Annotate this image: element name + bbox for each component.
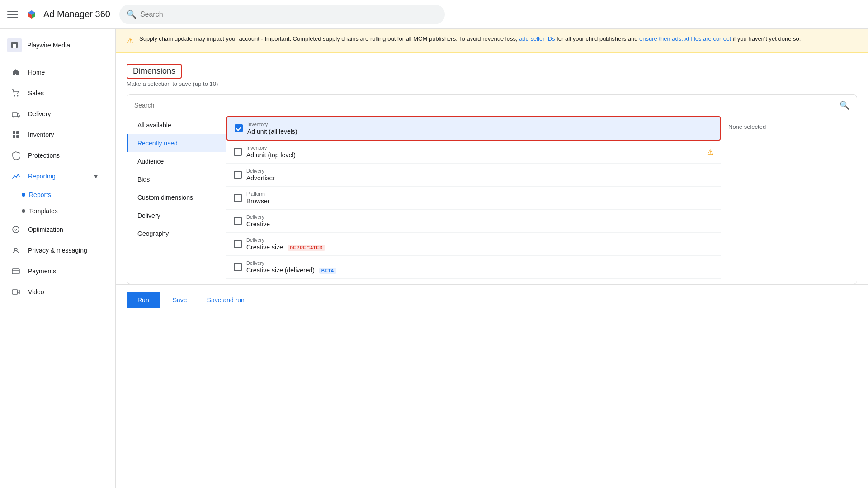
add-seller-ids-link[interactable]: add seller IDs <box>519 35 555 42</box>
dimension-checkbox-browser[interactable] <box>234 194 242 202</box>
svg-point-5 <box>13 117 14 118</box>
dimensions-section: Dimensions Make a selection to save (up … <box>116 53 868 284</box>
save-button[interactable]: Save <box>165 292 194 308</box>
none-selected-label: None selected <box>728 123 849 130</box>
svg-rect-1 <box>13 44 16 48</box>
dimension-list: Inventory Ad unit (all levels) <box>226 116 721 284</box>
sidebar-item-optimization[interactable]: Optimization <box>0 219 110 240</box>
svg-point-12 <box>14 248 17 251</box>
reporting-expand-icon: ▼ <box>93 173 99 180</box>
dimension-item-ad-unit-top[interactable]: Inventory Ad unit (top level) ⚠ <box>226 141 721 164</box>
category-item-geography[interactable]: Geography <box>127 225 226 243</box>
svg-rect-10 <box>16 135 19 138</box>
sidebar-item-sales[interactable]: Sales <box>0 83 110 103</box>
dimensions-search-input[interactable] <box>134 102 836 109</box>
dimension-checkbox-ad-unit-all[interactable] <box>235 124 243 132</box>
sidebar-item-label-protections: Protections <box>28 152 99 159</box>
dimensions-title: Dimensions <box>127 64 182 79</box>
svg-rect-14 <box>12 290 18 294</box>
optimization-icon <box>11 225 21 235</box>
alert-banner: ⚠ Supply chain update may impact your ac… <box>116 29 868 53</box>
action-bar: Run Save Save and run <box>116 284 868 315</box>
sidebar-sub-reports-container: Reports Templates <box>0 187 115 219</box>
category-item-custom[interactable]: Custom dimensions <box>127 188 226 206</box>
warning-icon-ad-unit-top: ⚠ <box>707 148 713 156</box>
app-title: Ad Manager 360 <box>43 9 110 19</box>
dimension-item-creative[interactable]: Delivery Creative <box>226 210 721 233</box>
alert-text: Supply chain update may impact your acco… <box>139 34 801 43</box>
category-item-all[interactable]: All available <box>127 116 226 134</box>
sidebar-item-label-video: Video <box>28 288 99 296</box>
category-item-audience[interactable]: Audience <box>127 152 226 170</box>
org-icon <box>7 38 22 52</box>
payments-icon <box>11 266 21 276</box>
templates-dot <box>22 209 25 213</box>
dimension-checkbox-ad-unit-top[interactable] <box>234 148 242 156</box>
svg-rect-8 <box>16 131 19 134</box>
category-item-bids[interactable]: Bids <box>127 170 226 188</box>
dimension-item-creative-size[interactable]: Delivery Creative size DEPRECATED <box>226 233 721 256</box>
sidebar-item-label-reporting: Reporting <box>28 173 85 180</box>
dimension-item-advertiser[interactable]: Delivery Advertiser <box>226 164 721 187</box>
sidebar-org: Playwire Media <box>0 33 115 58</box>
sidebar-item-reporting[interactable]: Reporting ▼ <box>0 166 110 187</box>
sidebar-item-label-inventory: Inventory <box>28 131 99 138</box>
sidebar-item-label-optimization: Optimization <box>28 226 99 233</box>
dimension-item-browser[interactable]: Platform Browser <box>226 187 721 210</box>
inventory-icon <box>11 130 21 140</box>
dimensions-subtitle: Make a selection to save (up to 10) <box>127 80 857 87</box>
save-and-run-button[interactable]: Save and run <box>200 292 252 308</box>
ads-txt-link[interactable]: ensure their ads.txt files are correct <box>639 35 731 42</box>
sidebar: Playwire Media Home Sales Delivery <box>0 29 116 488</box>
picker-search-icon: 🔍 <box>840 100 849 110</box>
reporting-icon <box>11 171 21 181</box>
sidebar-item-home[interactable]: Home <box>0 62 110 83</box>
topbar: Ad Manager 360 🔍 <box>0 0 868 29</box>
sidebar-item-delivery[interactable]: Delivery <box>0 103 110 124</box>
sidebar-item-payments[interactable]: Payments <box>0 261 110 282</box>
home-icon <box>11 67 21 77</box>
category-list: All available Recently used Audience Bid… <box>127 116 226 284</box>
svg-rect-9 <box>13 135 15 138</box>
category-item-delivery[interactable]: Delivery <box>127 206 226 225</box>
sidebar-item-label-privacy-messaging: Privacy & messaging <box>28 247 99 254</box>
privacy-icon <box>11 245 21 255</box>
sidebar-item-label-templates: Templates <box>29 207 58 215</box>
sidebar-item-label-reports: Reports <box>29 191 51 198</box>
selected-panel: None selected <box>721 116 857 284</box>
picker-search-bar[interactable]: 🔍 <box>127 95 857 116</box>
dimension-item-ad-unit-all[interactable]: Inventory Ad unit (all levels) <box>226 116 721 141</box>
picker-wrapper: 🔍 All available Recently used <box>127 95 857 284</box>
sidebar-item-privacy-messaging[interactable]: Privacy & messaging <box>0 240 110 261</box>
svg-rect-13 <box>12 269 19 274</box>
deprecated-badge: DEPRECATED <box>288 245 325 251</box>
alert-icon: ⚠ <box>127 35 134 47</box>
search-icon: 🔍 <box>127 9 137 19</box>
dimension-checkbox-creative-size[interactable] <box>234 240 242 248</box>
category-item-recent[interactable]: Recently used <box>127 134 226 152</box>
sidebar-item-reports[interactable]: Reports <box>22 187 110 203</box>
delivery-icon <box>11 109 21 119</box>
sidebar-item-inventory[interactable]: Inventory <box>0 124 110 145</box>
video-icon <box>11 287 21 297</box>
dimension-checkbox-creative[interactable] <box>234 217 242 225</box>
menu-icon[interactable] <box>7 9 18 20</box>
sidebar-item-label-sales: Sales <box>28 89 99 97</box>
search-bar[interactable]: 🔍 <box>119 5 445 24</box>
search-input[interactable] <box>140 10 438 19</box>
sidebar-item-video[interactable]: Video <box>0 282 110 302</box>
logo-container: Ad Manager 360 <box>24 6 110 23</box>
beta-badge: BETA <box>319 268 336 274</box>
run-button[interactable]: Run <box>127 292 160 308</box>
sidebar-item-templates[interactable]: Templates <box>22 203 110 219</box>
layout: Playwire Media Home Sales Delivery <box>0 29 868 488</box>
dimension-checkbox-creative-size-delivered[interactable] <box>234 263 242 271</box>
protections-icon <box>11 150 21 160</box>
main-content: ⚠ Supply chain update may impact your ac… <box>116 29 868 488</box>
sidebar-item-protections[interactable]: Protections <box>0 145 110 166</box>
dimension-item-creative-size-delivered[interactable]: Delivery Creative size (delivered) BETA <box>226 256 721 279</box>
reports-dot <box>22 193 25 197</box>
sales-icon <box>11 88 21 98</box>
picker-body: All available Recently used Audience Bid… <box>127 116 857 284</box>
dimension-checkbox-advertiser[interactable] <box>234 171 242 179</box>
